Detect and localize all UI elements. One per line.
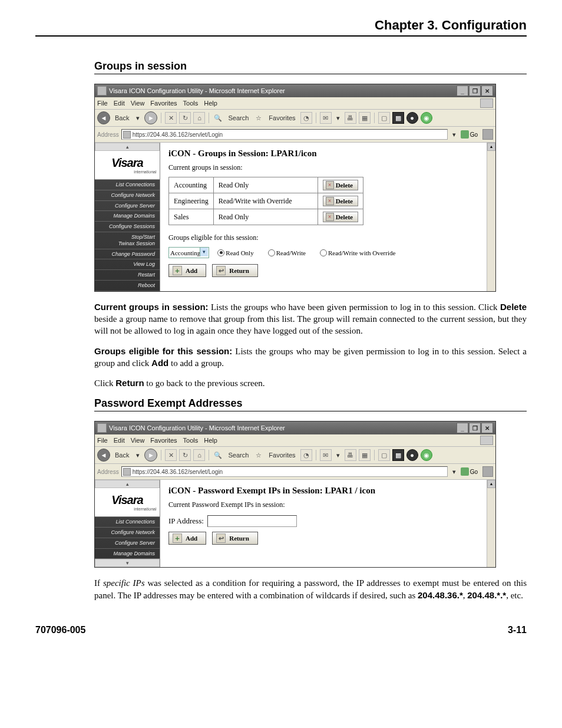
- address-input[interactable]: https://204.48.36.162/servlet/Login: [121, 129, 448, 140]
- toolbar-extra-1[interactable]: ▢: [378, 449, 390, 461]
- add-button[interactable]: ＋ Add: [168, 532, 206, 545]
- window-minimize-button[interactable]: _: [457, 423, 468, 433]
- back-dropdown-icon[interactable]: ▾: [134, 113, 142, 123]
- refresh-button[interactable]: ↻: [179, 449, 191, 461]
- toolbar-extra-3[interactable]: ●: [406, 449, 418, 461]
- back-button[interactable]: ◄: [97, 449, 110, 462]
- print-button[interactable]: 🖶: [345, 112, 356, 124]
- mail-dropdown-icon[interactable]: ▾: [334, 113, 342, 123]
- nav-manage-domains[interactable]: Manage Domains: [95, 549, 160, 559]
- go-button[interactable]: Go: [461, 467, 478, 476]
- scroll-up-icon[interactable]: ▴: [487, 143, 495, 151]
- links-icon[interactable]: [482, 129, 493, 140]
- history-button[interactable]: ◔: [300, 112, 312, 124]
- nav-change-password[interactable]: Change Password: [95, 249, 160, 260]
- sidebar-scroll-up[interactable]: ▴: [95, 143, 160, 151]
- eligible-group-select[interactable]: Accounting: [168, 247, 209, 258]
- nav-reboot[interactable]: Reboot: [95, 281, 160, 291]
- window-minimize-button[interactable]: _: [457, 85, 468, 96]
- search-label[interactable]: Search: [226, 113, 251, 123]
- nav-manage-domains[interactable]: Manage Domains: [95, 211, 160, 222]
- nav-restart[interactable]: Restart: [95, 270, 160, 281]
- favorites-icon[interactable]: ☆: [253, 113, 264, 123]
- toolbar-extra-2[interactable]: ▩: [392, 449, 404, 461]
- menu-favorites[interactable]: Favorites: [150, 437, 177, 444]
- menu-edit[interactable]: Edit: [114, 100, 125, 107]
- menu-tools[interactable]: Tools: [183, 100, 199, 107]
- forward-button[interactable]: ►: [144, 111, 157, 124]
- nav-list-connections[interactable]: List Connections: [95, 517, 160, 528]
- window-close-button[interactable]: ✕: [481, 85, 493, 96]
- search-icon[interactable]: 🔍: [213, 450, 223, 460]
- radio-read-write[interactable]: Read/Write: [268, 249, 306, 256]
- history-button[interactable]: ◔: [300, 449, 312, 461]
- menu-view[interactable]: View: [131, 100, 145, 107]
- return-button[interactable]: ↩ Return: [212, 532, 258, 545]
- back-dropdown-icon[interactable]: ▾: [134, 450, 142, 460]
- sidebar-scroll-up[interactable]: ▴: [95, 480, 160, 488]
- back-label[interactable]: Back: [113, 113, 131, 123]
- content-scrollbar[interactable]: ▴: [487, 480, 495, 567]
- toolbar-extra-4[interactable]: ◉: [421, 449, 432, 461]
- sidebar-scroll-down[interactable]: ▾: [95, 559, 160, 567]
- forward-button[interactable]: ►: [144, 449, 157, 462]
- window-restore-button[interactable]: ❐: [469, 85, 481, 96]
- menu-tools[interactable]: Tools: [183, 437, 199, 444]
- toolbar-extra-1[interactable]: ▢: [378, 112, 390, 124]
- ip-address-input[interactable]: [207, 515, 297, 527]
- delete-button[interactable]: × Delete: [323, 212, 358, 222]
- home-button[interactable]: ⌂: [193, 112, 205, 124]
- mail-dropdown-icon[interactable]: ▾: [334, 450, 342, 460]
- address-dropdown-icon[interactable]: ▾: [450, 129, 458, 140]
- window-restore-button[interactable]: ❐: [469, 423, 481, 433]
- favorites-label[interactable]: Favorites: [266, 113, 297, 123]
- nav-configure-server[interactable]: Configure Server: [95, 201, 160, 212]
- print-button[interactable]: 🖶: [345, 449, 356, 461]
- address-dropdown-icon[interactable]: ▾: [450, 466, 458, 477]
- content-scrollbar[interactable]: ▴: [487, 143, 495, 291]
- radio-read-only[interactable]: Read Only: [217, 249, 253, 256]
- nav-list-connections[interactable]: List Connections: [95, 180, 160, 190]
- menu-help[interactable]: Help: [204, 100, 217, 107]
- mail-button[interactable]: ✉: [320, 112, 332, 124]
- toolbar-extra-3[interactable]: ●: [406, 112, 418, 124]
- menu-file[interactable]: File: [97, 100, 108, 107]
- delete-button[interactable]: × Delete: [323, 180, 358, 190]
- back-button[interactable]: ◄: [97, 111, 110, 124]
- edit-button[interactable]: ▦: [359, 449, 371, 461]
- menu-edit[interactable]: Edit: [114, 437, 125, 444]
- toolbar-extra-4[interactable]: ◉: [421, 112, 432, 124]
- mail-button[interactable]: ✉: [320, 449, 332, 461]
- nav-view-log[interactable]: View Log: [95, 259, 160, 270]
- search-label[interactable]: Search: [226, 450, 251, 460]
- nav-configure-network[interactable]: Configure Network: [95, 190, 160, 201]
- favorites-label[interactable]: Favorites: [266, 450, 297, 460]
- delete-button[interactable]: × Delete: [323, 196, 358, 206]
- refresh-button[interactable]: ↻: [179, 112, 191, 124]
- back-label[interactable]: Back: [113, 450, 131, 460]
- stop-button[interactable]: ✕: [165, 112, 177, 124]
- menu-file[interactable]: File: [97, 437, 108, 444]
- toolbar-extra-2[interactable]: ▩: [392, 112, 404, 124]
- menu-help[interactable]: Help: [204, 437, 217, 444]
- menu-favorites[interactable]: Favorites: [150, 100, 177, 107]
- address-input[interactable]: https://204.48.36.162/servlet/Login: [121, 466, 448, 477]
- search-icon[interactable]: 🔍: [213, 113, 223, 123]
- radio-read-write-override[interactable]: Read/Write with Override: [320, 249, 395, 256]
- window-close-button[interactable]: ✕: [481, 423, 493, 433]
- go-button[interactable]: Go: [461, 130, 478, 139]
- scroll-up-icon[interactable]: ▴: [487, 480, 495, 488]
- return-button[interactable]: ↩ Return: [212, 264, 258, 277]
- edit-button[interactable]: ▦: [359, 112, 371, 124]
- links-icon[interactable]: [482, 466, 493, 477]
- nav-configure-network[interactable]: Configure Network: [95, 528, 160, 538]
- stop-button[interactable]: ✕: [165, 449, 177, 461]
- home-button[interactable]: ⌂: [193, 449, 205, 461]
- nav-configure-server[interactable]: Configure Server: [95, 538, 160, 549]
- add-button[interactable]: ＋ Add: [168, 264, 206, 277]
- favorites-icon[interactable]: ☆: [253, 450, 264, 460]
- content-pane: iCON - Groups in Session: LPAR1/icon Cur…: [160, 143, 487, 291]
- nav-configure-sessions[interactable]: Configure Sessions: [95, 222, 160, 232]
- menu-view[interactable]: View: [131, 437, 145, 444]
- nav-stop-start-twinax[interactable]: Stop/Start Twinax Session: [95, 232, 160, 249]
